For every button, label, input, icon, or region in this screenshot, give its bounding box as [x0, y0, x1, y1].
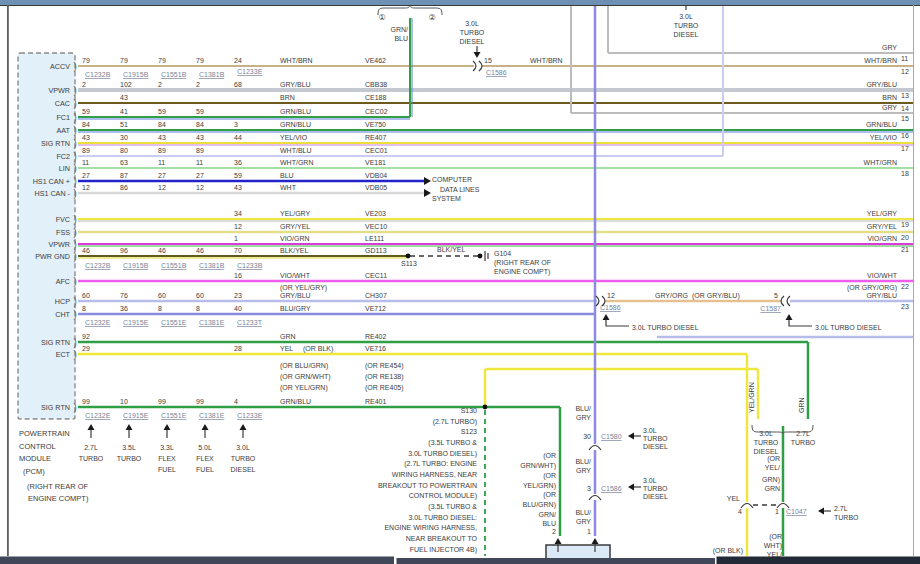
connector-link-c1551b[interactable]: C1551B: [161, 262, 187, 269]
annotation: TURBO: [754, 439, 779, 446]
annotation: TURBO: [643, 435, 668, 442]
window-bottom-bar[interactable]: [717, 557, 920, 564]
pcm-pin-bracket: ): [74, 138, 77, 149]
connector-link-c1232b[interactable]: C1232B: [85, 262, 111, 269]
pin-number: 2: [158, 81, 162, 88]
pcm-title-line: (RIGHT REAR OF: [27, 482, 89, 491]
pcm-pin-label: CHT: [55, 310, 70, 319]
pcm-title-line: CONTROL: [19, 442, 56, 451]
edge-continuation-number: 16: [901, 132, 909, 139]
circuit-id: VEC10: [365, 223, 387, 230]
connector-link-c1232e[interactable]: C1232E: [85, 319, 111, 326]
annotation: S113: [401, 260, 417, 267]
pcm-pin-bracket: ): [74, 251, 77, 262]
pcm-pin-bracket: ): [74, 349, 77, 360]
annotation: 30: [583, 433, 591, 440]
connector-link-c1232e[interactable]: C1232E: [85, 412, 111, 419]
connector-link-c1580[interactable]: C1580: [601, 433, 622, 440]
window-bottom-bar[interactable]: [0, 557, 394, 564]
splice-note-line: CONTROL MODULE): [409, 492, 477, 500]
connector-link-c1233t[interactable]: C1233T: [237, 319, 263, 326]
circuit-id: VDB04: [365, 172, 387, 179]
connector-link-c1233e[interactable]: C1233E: [237, 68, 263, 75]
connector-link-c1047[interactable]: C1047: [786, 508, 807, 515]
splice-note-line: FUEL INJECTOR 4B): [410, 546, 477, 554]
edge-continuation-number: 17: [901, 145, 909, 152]
pin-number: 80: [120, 147, 128, 154]
pin-number: 44: [234, 134, 242, 141]
annotation: (OR: [543, 472, 556, 480]
annotation: BLK/YEL: [437, 246, 466, 253]
circuit-id: RE402: [365, 333, 387, 340]
connector-link-c1381e[interactable]: C1381E: [199, 412, 225, 419]
wire-color-label: BLK/YEL: [280, 247, 309, 254]
pcm-pin-bracket: ): [74, 151, 77, 162]
edge-wire-color: WHT/BRN: [864, 57, 897, 64]
pin-number: 43: [120, 94, 128, 101]
annotation: TURBO: [460, 29, 485, 36]
annotation: 3.0L: [759, 430, 773, 437]
wire-color-label: YEL: [280, 345, 293, 352]
annotation: TURBO: [834, 514, 859, 521]
wire-color-label: WHT/BRN: [280, 57, 313, 64]
annotation: YEL: [727, 495, 740, 502]
pin-number: 8: [196, 305, 200, 312]
engine-variant-label: TURBO: [117, 455, 142, 462]
connector-link-c1233b[interactable]: C1233B: [237, 262, 263, 269]
connector-link-c1915b[interactable]: C1915B: [123, 71, 149, 78]
wire-color-label: YEL/GRY: [280, 210, 311, 217]
annotation: (OR: [543, 452, 556, 460]
connector-link-c1915e[interactable]: C1915E: [123, 319, 149, 326]
connector-link-c1586[interactable]: C1586: [601, 485, 622, 492]
pcm-title-line: POWERTRAIN: [19, 429, 70, 438]
annotation: GRN/: [539, 511, 557, 518]
pcm-pin-label: HCP: [55, 297, 70, 306]
connector-link-c1232b[interactable]: C1232B: [85, 71, 111, 78]
pin-number: 51: [120, 121, 128, 128]
window-bottom-bar[interactable]: [397, 558, 716, 564]
wire-color-alt: (OR BLK): [303, 345, 333, 353]
annotation: 12: [607, 292, 615, 299]
pin-number: 99: [158, 398, 166, 405]
connector-link-c1381b[interactable]: C1381B: [199, 71, 225, 78]
pcm-wiring-diagram: POWERTRAINCONTROLMODULE(PCM)(RIGHT REAR …: [0, 0, 920, 564]
circuit-id: GD113: [365, 247, 387, 254]
annotation: TURBO: [791, 439, 816, 446]
connector-link-c1551e[interactable]: C1551E: [161, 412, 187, 419]
pin-number: 96: [120, 247, 128, 254]
annotation: (OR GRY/BLU): [692, 292, 740, 300]
pin-number: 59: [82, 108, 90, 115]
connector-link-c1915b[interactable]: C1915B: [123, 262, 149, 269]
pin-number: 43: [82, 134, 90, 141]
pcm-pin-bracket: ): [74, 337, 77, 348]
pin-number: 12: [196, 184, 204, 191]
splice-note-line: BREAKOUT TO POWERTRAIN: [378, 482, 477, 489]
circuit-id: VE203: [365, 210, 386, 217]
connector-link-c1551b[interactable]: C1551B: [161, 71, 187, 78]
annotation: 4: [738, 508, 742, 515]
pcm-pin-label: CAC: [55, 99, 70, 108]
connector-link-c1381b[interactable]: C1381B: [199, 262, 225, 269]
engine-variant-label: FUEL: [196, 466, 214, 473]
connector-link-c1587[interactable]: C1587: [760, 305, 781, 312]
annotation: YEL/GRN): [523, 482, 556, 490]
engine-variant-label: 2.7L: [84, 444, 98, 451]
pin-number: 63: [120, 159, 128, 166]
connector-link-c1551e[interactable]: C1551E: [161, 319, 187, 326]
annotation: GRN: [764, 485, 780, 492]
pcm-pin-bracket: ): [74, 125, 77, 136]
connector-link-c1233e[interactable]: C1233E: [237, 412, 263, 419]
annotation: BLU: [394, 35, 408, 42]
pcm-pin-label: FSS: [56, 228, 70, 237]
pcm-pin-label: AFC: [56, 277, 70, 286]
connector-link-c1381e[interactable]: C1381E: [199, 319, 225, 326]
pin-number: 68: [234, 81, 242, 88]
pin-number: 43: [158, 134, 166, 141]
connector-link-c1915e[interactable]: C1915E: [123, 412, 149, 419]
pcm-pin-bracket: ): [74, 227, 77, 238]
pin-number: 10: [120, 398, 128, 405]
edge-continuation-number: 18: [901, 170, 909, 177]
connector-link-c1586[interactable]: C1586: [486, 69, 507, 76]
annotation: GRN): [762, 476, 780, 484]
pcm-pin-label: LIN: [59, 164, 70, 173]
